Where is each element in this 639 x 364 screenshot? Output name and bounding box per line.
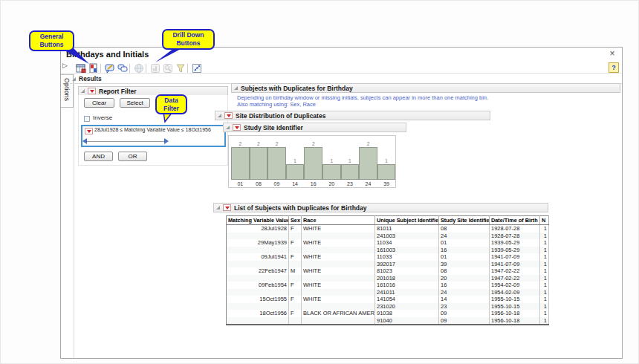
table-row[interactable]: 231020231955-10-151 [227,303,549,311]
table-cell[interactable]: WHITE [302,267,375,275]
table-row[interactable]: 392017391941-07-091 [227,261,549,268]
table-cell[interactable]: 161016 [375,282,439,289]
toolbar-button-data-filter[interactable] [175,62,186,74]
table-cell[interactable] [227,275,289,282]
table-cell[interactable]: 1928-07-28 [490,225,540,233]
table-cell[interactable]: 1 [540,275,549,282]
range-slider-track[interactable] [87,141,166,142]
table-row[interactable]: 91040091956-10-181 [227,317,549,325]
table-cell[interactable]: 241011 [375,289,439,296]
table-cell[interactable]: 1 [540,289,549,296]
table-cell[interactable]: 09Feb1954 [227,282,289,289]
column-header[interactable]: Sex [289,216,302,225]
disclosure-triangle[interactable] [226,126,230,129]
table-cell[interactable]: 11034 [375,239,439,247]
table-cell[interactable]: 241003 [375,233,439,240]
table-row[interactable]: 15Oct1955FWHITE141054141955-10-151 [227,296,549,303]
red-triangle-menu[interactable] [85,128,93,134]
and-button[interactable]: AND [84,152,113,161]
red-triangle-menu[interactable] [224,112,233,119]
table-cell[interactable]: 1955-10-15 [490,296,540,303]
red-triangle-menu[interactable] [223,204,231,211]
table-cell[interactable] [289,261,302,268]
table-cell[interactable]: WHITE [302,282,375,289]
table-row[interactable]: 161003161939-05-291 [227,247,549,254]
table-cell[interactable] [289,303,302,311]
close-icon[interactable]: × [607,48,617,59]
table-row[interactable]: 22Feb1947MWHITE81023081947-02-221 [227,267,549,275]
help-button[interactable]: ? [609,62,619,73]
table-cell[interactable]: 81023 [375,267,439,275]
table-cell[interactable] [227,247,289,254]
table-cell[interactable]: 1 [540,253,549,261]
table-cell[interactable]: WHITE [302,296,375,303]
table-cell[interactable]: 1928-07-28 [490,233,540,240]
table-cell[interactable]: 161003 [375,247,439,254]
table-cell[interactable] [227,303,289,311]
histogram-bar[interactable] [267,147,286,180]
red-triangle-menu[interactable] [233,124,241,131]
toolbar-button-annotate[interactable] [104,62,115,74]
table-cell[interactable]: F [289,310,302,317]
table-cell[interactable] [289,233,302,240]
table-cell[interactable]: 09Jul1941 [227,253,289,261]
table-cell[interactable]: 1947-02-22 [490,267,540,275]
histogram-bar[interactable] [322,164,341,180]
table-cell[interactable]: 1 [540,310,549,317]
table-cell[interactable]: 23 [439,303,490,311]
table-cell[interactable]: 20 [439,275,490,282]
disclosure-triangle[interactable] [216,206,220,209]
table-cell[interactable]: 1954-02-09 [490,282,540,289]
table-cell[interactable]: 16 [439,282,490,289]
table-cell[interactable]: 09 [439,310,490,317]
table-cell[interactable]: 81011 [375,225,439,233]
table-cell[interactable] [227,317,289,325]
range-slider-right-handle[interactable] [164,138,169,144]
table-cell[interactable]: 1941-07-09 [490,253,540,261]
table-cell[interactable]: F [289,239,302,247]
red-triangle-menu[interactable] [88,88,96,94]
table-cell[interactable]: 16 [439,247,490,254]
table-cell[interactable]: 91040 [375,317,439,325]
table-cell[interactable]: 1955-10-15 [490,303,540,311]
table-cell[interactable]: 392017 [375,261,439,268]
table-cell[interactable]: 1939-05-29 [490,239,540,247]
table-cell[interactable]: 01 [439,253,490,261]
table-cell[interactable]: 1 [540,303,549,311]
table-cell[interactable]: 15Oct1955 [227,296,289,303]
disclosure-triangle[interactable] [234,86,238,90]
table-cell[interactable]: 1 [540,233,549,240]
table-cell[interactable]: 24 [439,289,490,296]
toolbar-button-drilldown-1[interactable] [149,62,160,74]
table-cell[interactable] [302,247,375,254]
table-row[interactable]: 18Oct1956FBLACK OR AFRICAN AMERICAN91038… [227,310,549,317]
table-cell[interactable]: M [289,267,302,275]
table-cell[interactable]: 22Feb1947 [227,267,289,275]
histogram-bar[interactable] [359,147,377,180]
inverse-checkbox[interactable] [84,116,90,122]
table-cell[interactable] [227,261,289,268]
table-cell[interactable]: 201018 [375,275,439,282]
table-cell[interactable] [289,247,302,254]
table-cell[interactable]: 24 [439,233,490,240]
table-cell[interactable]: 1 [540,261,549,268]
disclosure-triangle[interactable] [72,77,76,81]
table-cell[interactable]: 28Jul1928 [227,225,289,233]
table-cell[interactable]: 1 [540,282,549,289]
table-cell[interactable] [302,233,375,240]
table-cell[interactable]: WHITE [302,225,375,233]
table-cell[interactable]: 29May1939 [227,239,289,247]
table-row[interactable]: 09Jul1941FWHITE11033011941-07-091 [227,253,549,261]
table-cell[interactable] [302,275,375,282]
table-cell[interactable]: BLACK OR AFRICAN AMERICAN [302,310,375,317]
histogram-bar[interactable] [377,164,396,180]
table-cell[interactable]: F [289,296,302,303]
table-cell[interactable]: 1 [540,239,549,247]
histogram-bar[interactable] [231,147,250,180]
table-cell[interactable]: 141054 [375,296,439,303]
table-cell[interactable] [289,317,302,325]
table-cell[interactable]: 91038 [375,310,439,317]
toolbar-button-drilldown-2[interactable] [162,62,173,74]
table-cell[interactable]: 1 [540,296,549,303]
table-row[interactable]: 28Jul1928FWHITE81011081928-07-281 [227,225,549,233]
